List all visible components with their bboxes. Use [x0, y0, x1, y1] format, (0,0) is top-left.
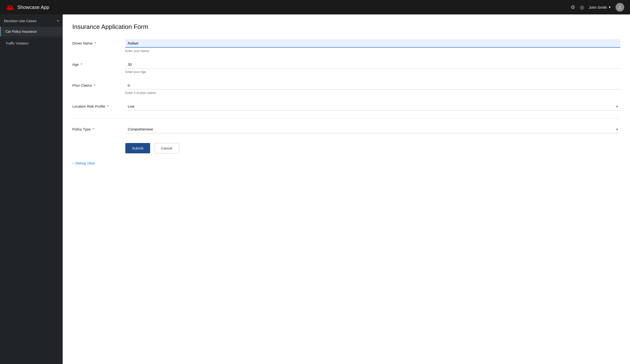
- avatar[interactable]: [616, 3, 624, 11]
- sidebar-section-label: Decision Use Cases: [4, 19, 36, 23]
- debug-view-link[interactable]: Debug View: [76, 161, 95, 165]
- location-risk-select-wrapper: Low Medium High ▾: [125, 102, 620, 111]
- app-logo: [6, 4, 14, 10]
- header-left: Showcase App: [6, 4, 49, 10]
- required-star-driver: *: [94, 41, 96, 45]
- user-name: John Smith: [589, 5, 607, 9]
- driver-name-hint: Enter your Name: [125, 49, 620, 53]
- sidebar: Decision Use Cases ▾ Car Policy Insuranc…: [0, 14, 63, 364]
- sidebar-item-car-policy[interactable]: Car Policy Insurance: [0, 27, 63, 36]
- form-group-age: Age * Enter your Age: [72, 60, 620, 74]
- help-icon[interactable]: ◎: [580, 4, 584, 10]
- submit-button[interactable]: Submit: [125, 143, 150, 153]
- form-actions: Submit Cancel: [125, 143, 620, 153]
- location-risk-field: Low Medium High ▾: [125, 102, 620, 111]
- required-star-policy: *: [93, 127, 94, 131]
- main-content: Insurance Application Form Driver Name *…: [63, 14, 630, 364]
- user-chevron-icon: ▾: [609, 5, 611, 9]
- prior-claims-label: Prior Claims *: [72, 81, 125, 87]
- page-title: Insurance Application Form: [72, 23, 620, 30]
- age-label: Age *: [72, 60, 125, 66]
- debug-view-section: › Debug View: [72, 161, 620, 165]
- svg-point-2: [8, 6, 12, 8]
- sidebar-item-label-car-policy: Car Policy Insurance: [6, 30, 37, 33]
- form-group-driver-name: Driver Name * Enter your Name: [72, 39, 620, 53]
- form-section-divider: [72, 118, 620, 118]
- location-risk-select[interactable]: Low Medium High: [125, 102, 620, 111]
- driver-name-input[interactable]: [125, 39, 620, 48]
- sidebar-chevron-icon: ▾: [57, 19, 59, 23]
- debug-chevron-icon[interactable]: ›: [72, 161, 74, 165]
- driver-name-field: Enter your Name: [125, 39, 620, 53]
- sidebar-section-decision[interactable]: Decision Use Cases ▾: [0, 14, 63, 27]
- policy-type-label: Policy Type *: [72, 125, 125, 131]
- driver-name-label: Driver Name *: [72, 39, 125, 45]
- svg-point-3: [619, 5, 620, 7]
- header-right: ⚙ ◎ John Smith ▾: [571, 3, 624, 11]
- gear-icon[interactable]: ⚙: [571, 4, 575, 10]
- sidebar-divider: [0, 37, 63, 37]
- required-star-age: *: [81, 62, 82, 66]
- age-hint: Enter your Age: [125, 70, 620, 74]
- sidebar-item-traffic-violation[interactable]: Traffic Violation: [0, 38, 63, 48]
- cancel-button[interactable]: Cancel: [154, 143, 179, 153]
- prior-claims-hint: Enter # of prior claims: [125, 91, 620, 95]
- app-title: Showcase App: [17, 4, 49, 10]
- avatar-icon: [617, 4, 622, 10]
- policy-type-select-wrapper: Comprehensive Third Party Collision ▾: [125, 125, 620, 133]
- form-group-policy-type: Policy Type * Comprehensive Third Party …: [72, 125, 620, 133]
- required-star-claims: *: [94, 83, 96, 87]
- user-menu[interactable]: John Smith ▾: [589, 5, 611, 9]
- prior-claims-input[interactable]: [125, 81, 620, 90]
- form-group-location-risk: Location Risk Profile * Low Medium High …: [72, 102, 620, 111]
- layout: Decision Use Cases ▾ Car Policy Insuranc…: [0, 14, 630, 364]
- location-risk-label: Location Risk Profile *: [72, 102, 125, 108]
- app-header: Showcase App ⚙ ◎ John Smith ▾: [0, 0, 630, 14]
- form-group-prior-claims: Prior Claims * Enter # of prior claims: [72, 81, 620, 95]
- required-star-location: *: [107, 104, 109, 108]
- age-input[interactable]: [125, 60, 620, 69]
- policy-type-field: Comprehensive Third Party Collision ▾: [125, 125, 620, 133]
- prior-claims-field: Enter # of prior claims: [125, 81, 620, 95]
- sidebar-item-label-traffic: Traffic Violation: [6, 41, 28, 45]
- age-field: Enter your Age: [125, 60, 620, 74]
- policy-type-select[interactable]: Comprehensive Third Party Collision: [125, 125, 620, 133]
